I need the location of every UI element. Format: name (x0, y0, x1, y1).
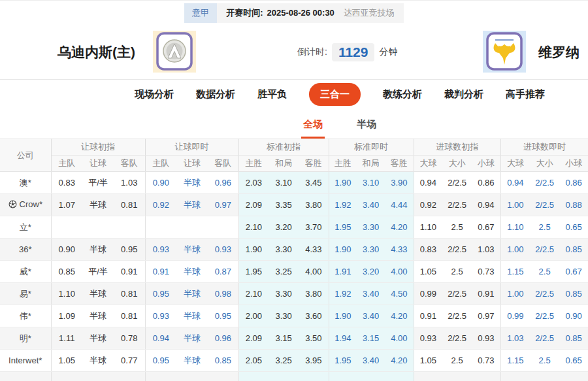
odds-cell: 3.10 (269, 172, 299, 194)
odds-cell: 4.33 (299, 239, 329, 261)
company-cell[interactable]: 立* (0, 216, 51, 239)
odds-cell: 4.00 (385, 261, 414, 283)
odds-cell: 平/半 (82, 172, 114, 194)
odds-cell: 3.45 (299, 172, 329, 194)
company-cell[interactable]: 易* (0, 283, 51, 305)
odds-cell: 3.20 (269, 216, 299, 239)
table-row (0, 372, 588, 381)
odds-cell: 0.85 (559, 239, 588, 261)
odds-cell: 1.10 (414, 216, 442, 239)
nav-tab[interactable]: 高手推荐 (506, 88, 545, 101)
column-header: 客队 (208, 156, 238, 172)
nav-tab[interactable]: 裁判分析 (444, 88, 483, 101)
odds-cell: 1.95 (238, 261, 269, 283)
odds-cell: 3.25 (269, 261, 299, 283)
column-header: 和局 (269, 156, 299, 172)
odds-cell (442, 372, 472, 381)
nav-tab[interactable]: 三合一 (309, 83, 361, 106)
nav-tab[interactable]: 教练分析 (383, 88, 422, 101)
odds-cell: 0.91 (114, 261, 145, 283)
odds-cell: 1.05 (414, 261, 442, 283)
odds-cell: 0.97 (208, 194, 238, 216)
column-header: 和局 (357, 156, 385, 172)
odds-cell: 半球 (82, 305, 114, 327)
odds-cell: 半球 (82, 239, 114, 261)
odds-cell: 3.30 (269, 305, 299, 327)
odds-cell: 4.33 (385, 239, 414, 261)
odds-cell: 1.92 (329, 194, 357, 216)
odds-cell: 3.40 (357, 283, 385, 305)
kickoff-label: 开赛时间: (226, 7, 263, 19)
odds-cell: 3.15 (269, 327, 299, 350)
odds-cell (357, 372, 385, 381)
subtab[interactable]: 全场 (301, 113, 325, 139)
column-header: 让球 (176, 156, 208, 172)
odds-cell: 1.00 (500, 239, 530, 261)
odds-cell: 0.91 (145, 261, 176, 283)
column-header: 主队 (51, 156, 82, 172)
nav-tab[interactable]: 现场分析 (135, 88, 174, 101)
odds-cell: 2.5 (442, 350, 472, 372)
odds-cell: 半球 (176, 194, 208, 216)
group-header: 让球初指 (51, 139, 145, 156)
verona-crest-icon (483, 31, 526, 73)
odds-cell (145, 372, 176, 381)
company-cell[interactable]: Crow* (0, 194, 51, 216)
odds-cell: 3.30 (269, 239, 299, 261)
company-cell[interactable]: 明* (0, 327, 51, 350)
odds-cell: 0.99 (500, 305, 530, 327)
odds-cell: 0.92 (145, 194, 176, 216)
subtab[interactable]: 半场 (355, 113, 378, 139)
odds-cell: 4.00 (385, 327, 414, 350)
odds-cell (500, 372, 530, 381)
odds-cell: 2.10 (238, 216, 269, 239)
home-team-name: 乌迪内斯(主) (57, 43, 135, 61)
odds-cell: 0.96 (208, 172, 238, 194)
odds-cell (238, 372, 269, 381)
company-cell[interactable]: 伟* (0, 305, 51, 327)
odds-cell: 1.94 (329, 327, 357, 350)
company-cell[interactable]: 威* (0, 261, 51, 283)
odds-cell (385, 372, 414, 381)
odds-cell: 3.60 (299, 305, 329, 327)
odds-cell: 2/2.5 (530, 305, 559, 327)
odds-cell: 3.10 (357, 172, 385, 194)
odds-cell: 2.05 (238, 350, 269, 372)
odds-cell: 2.03 (238, 172, 269, 194)
company-cell[interactable]: 澳* (0, 172, 51, 194)
odds-cell (329, 372, 357, 381)
countdown-unit: 分钟 (379, 46, 397, 58)
odds-cell: 1.90 (329, 239, 357, 261)
odds-cell: 0.90 (559, 305, 588, 327)
odds-cell: 2.5 (442, 216, 472, 239)
odds-cell: 0.93 (145, 239, 176, 261)
odds-cell: 1.10 (500, 216, 530, 239)
company-cell[interactable]: Interwet* (0, 350, 51, 372)
company-cell[interactable]: 36* (0, 239, 51, 261)
odds-cell: 1.05 (414, 350, 442, 372)
odds-cell: 0.65 (559, 350, 588, 372)
group-header: 让球即时 (145, 139, 238, 156)
odds-cell: 1.03 (472, 239, 500, 261)
group-header: 标准初指 (238, 139, 329, 156)
odds-cell: 3.70 (299, 216, 329, 239)
table-row: 澳*0.83平/半1.030.90半球0.962.033.103.451.903… (0, 172, 588, 194)
column-header: 大球 (414, 156, 442, 172)
table-row: Crow*1.07半球0.810.92半球0.972.093.353.801.9… (0, 194, 588, 216)
odds-cell: 2.09 (238, 327, 269, 350)
odds-cell: 3.40 (357, 305, 385, 327)
odds-cell: 4.00 (299, 261, 329, 283)
table-row: Interwet*1.05半球0.770.95半球0.852.053.253.9… (0, 350, 588, 372)
odds-cell: 2.09 (238, 194, 269, 216)
odds-cell: 半球 (82, 194, 114, 216)
odds-cell: 4.20 (385, 216, 414, 239)
countdown-label: 倒计时: (297, 46, 327, 58)
odds-cell: 0.90 (51, 239, 82, 261)
nav-tab[interactable]: 胜平负 (257, 88, 287, 101)
table-row: 36*0.90半球0.950.93半球0.931.903.304.331.903… (0, 239, 588, 261)
odds-cell: 0.93 (145, 305, 176, 327)
odds-cell (472, 372, 500, 381)
odds-cell: 0.83 (51, 172, 82, 194)
nav-tab[interactable]: 数据分析 (196, 88, 235, 101)
odds-cell: 2.5 (442, 261, 472, 283)
